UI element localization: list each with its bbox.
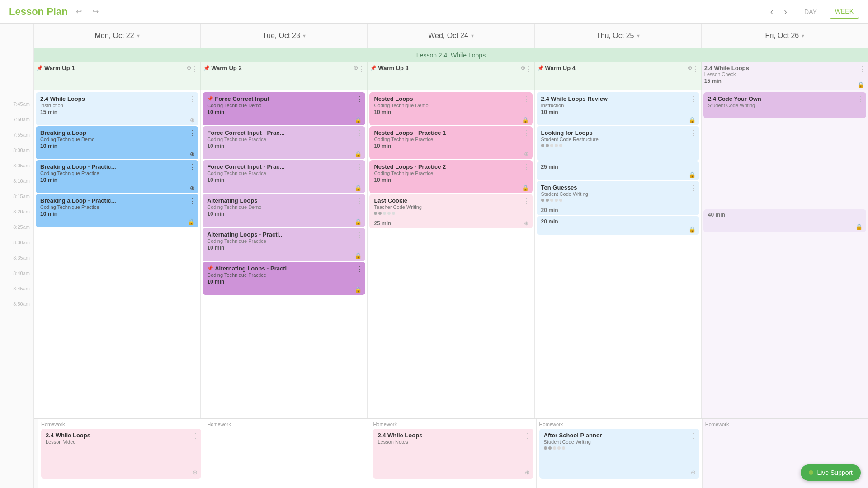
card-tue-1[interactable]: 📌 Force Correct Input Coding Technique D… <box>203 92 365 125</box>
warmup-menu-fri[interactable]: ⋮ <box>859 65 866 73</box>
warmup-menu-tue[interactable]: ⋮ <box>358 65 365 73</box>
card-menu[interactable]: ⋮ <box>523 129 530 137</box>
warmup-menu-wed[interactable]: ⋮ <box>525 65 532 73</box>
dot <box>562 446 565 450</box>
hw-card-thu[interactable]: After School Planner Student Code Writin… <box>539 429 699 479</box>
card-wed-1[interactable]: Nested Loops Coding Technique Demo 10 mi… <box>369 92 532 125</box>
card-menu[interactable]: ⋮ <box>189 197 196 205</box>
card-title: 2.4 While Loops <box>40 95 194 102</box>
card-title: Nested Loops - Practice 1 <box>374 129 528 136</box>
card-menu[interactable]: ⋮ <box>356 265 363 273</box>
dot-empty <box>387 212 391 215</box>
dot-empty <box>555 144 558 147</box>
warmup-cell-wed: 📌 Warm Up 3 ⊕ ⋮ <box>368 62 534 90</box>
day-header-wed[interactable]: Wed, Oct 24 ▾ <box>368 24 534 48</box>
card-mon-1[interactable]: 2.4 While Loops Instruction 15 min ⋮ ⊕ <box>36 92 198 125</box>
warmup-menu-thu[interactable]: ⋮ <box>692 65 699 73</box>
card-menu[interactable]: ⋮ <box>690 129 697 137</box>
card-wed-4[interactable]: Last Cookie Teacher Code Writing ⋮ 25 mi… <box>369 194 532 228</box>
card-title: Ten Guesses <box>541 184 695 191</box>
lock-icon: 🔒 <box>855 223 863 230</box>
next-nav-button[interactable]: › <box>779 5 792 19</box>
card-menu[interactable]: ⋮ <box>690 184 697 192</box>
card-thu-1[interactable]: 2.4 While Loops Review Instruction 10 mi… <box>537 92 699 125</box>
copy-icon[interactable]: ⊕ <box>524 151 529 157</box>
card-menu[interactable]: ⋮ <box>523 95 530 104</box>
card-menu[interactable]: ⋮ <box>356 95 363 104</box>
copy-icon[interactable]: ⊕ <box>525 469 530 476</box>
day-label-wed: Wed, Oct 24 <box>428 32 468 40</box>
card-menu[interactable]: ⋮ <box>189 163 196 171</box>
card-menu[interactable]: ⋮ <box>189 129 196 137</box>
warmup-menu-mon[interactable]: ⋮ <box>191 65 198 73</box>
day-view-button[interactable]: DAY <box>799 5 822 18</box>
main-content-rows: 2.4 While Loops Instruction 15 min ⋮ ⊕ B… <box>34 90 868 418</box>
hw-section-label: Homework <box>539 422 699 427</box>
day-header-mon[interactable]: Mon, Oct 22 ▾ <box>34 24 201 48</box>
lock-icon: 🔒 <box>354 252 362 259</box>
card-wed-2[interactable]: Nested Loops - Practice 1 Coding Techniq… <box>369 126 532 159</box>
copy-icon[interactable]: ⊕ <box>524 220 529 227</box>
card-duration: 10 min <box>541 109 695 115</box>
hw-card-title: After School Planner <box>544 432 695 439</box>
time-label: 8:30am <box>0 239 33 254</box>
card-duration: 10 min <box>207 177 361 183</box>
copy-icon[interactable]: ⊕ <box>190 185 195 191</box>
card-subtitle: Instruction <box>40 103 194 108</box>
prev-nav-button[interactable]: ‹ <box>766 5 778 19</box>
hw-menu[interactable]: ⋮ <box>690 431 697 440</box>
warmup-card-mon: 📌 Warm Up 1 <box>37 65 198 71</box>
card-menu[interactable]: ⋮ <box>523 163 530 171</box>
hw-card-title: 2.4 While Loops <box>46 432 197 439</box>
dot-empty <box>383 212 386 215</box>
card-tue-2[interactable]: Force Correct Input - Prac... Coding Tec… <box>203 126 365 159</box>
undo-button[interactable]: ↩ <box>73 5 85 18</box>
hw-card-wed[interactable]: 2.4 While Loops Lesson Notes ⋮ ⊕ <box>373 429 533 479</box>
live-support-button[interactable]: Live Support <box>801 464 861 481</box>
week-view-button[interactable]: WEEK <box>830 5 859 19</box>
day-header-thu[interactable]: Thu, Oct 25 ▾ <box>535 24 702 48</box>
hw-card-mon[interactable]: 2.4 While Loops Lesson Video ⋮ ⊕ <box>41 429 201 479</box>
card-menu[interactable]: ⋮ <box>189 95 196 104</box>
card-tue-5[interactable]: Alternating Loops - Practi... Coding Tec… <box>203 228 365 261</box>
card-duration: 10 min <box>207 279 361 285</box>
redo-button[interactable]: ↪ <box>90 5 101 18</box>
copy-icon[interactable]: ⊕ <box>691 469 696 476</box>
card-mon-4[interactable]: Breaking a Loop - Practic... Coding Tech… <box>36 194 198 227</box>
card-thu-4[interactable]: Ten Guesses Student Code Writing ⋮ 20 mi… <box>537 181 699 215</box>
card-menu[interactable]: ⋮ <box>356 163 363 171</box>
warmup-row: 📌 Warm Up 1 ⊕ ⋮ 📌 Warm Up 2 ⊕ ⋮ <box>34 62 868 90</box>
card-thu-2[interactable]: Looking for Loops Student Code Restructu… <box>537 126 699 161</box>
hw-menu[interactable]: ⋮ <box>524 431 531 440</box>
hw-card-sub: Lesson Notes <box>377 439 528 445</box>
card-duration: 10 min <box>207 245 361 251</box>
copy-icon[interactable]: ⊕ <box>190 117 195 123</box>
time-label: 8:25am <box>0 223 33 239</box>
card-mon-2[interactable]: Breaking a Loop Coding Technique Demo 10… <box>36 126 198 159</box>
hw-menu[interactable]: ⋮ <box>192 431 199 440</box>
card-tue-4[interactable]: Alternating Loops Coding Technique Demo … <box>203 194 365 227</box>
copy-icon[interactable]: ⊕ <box>193 469 198 476</box>
hw-section-label: Homework <box>373 422 533 427</box>
card-tue-3[interactable]: Force Correct Input - Prac... Coding Tec… <box>203 160 365 193</box>
card-subtitle: Coding Technique Demo <box>207 204 361 210</box>
card-menu[interactable]: ⋮ <box>356 129 363 137</box>
card-menu[interactable]: ⋮ <box>857 95 864 104</box>
hw-card-sub: Student Code Writing <box>544 439 695 445</box>
lock-icon: 🔒 <box>689 171 696 178</box>
card-menu[interactable]: ⋮ <box>523 197 530 205</box>
card-menu[interactable]: ⋮ <box>690 95 697 104</box>
day-header-tue[interactable]: Tue, Oct 23 ▾ <box>201 24 368 48</box>
dot <box>544 446 547 450</box>
card-menu[interactable]: ⋮ <box>356 197 363 205</box>
copy-icon[interactable]: ⊕ <box>190 151 195 157</box>
card-menu[interactable]: ⋮ <box>356 231 363 239</box>
card-tue-6[interactable]: 📌 Alternating Loops - Practi... Coding T… <box>203 262 365 295</box>
dot-empty <box>392 212 395 215</box>
card-title: 2.4 Code Your Own <box>708 95 862 102</box>
day-header-fri[interactable]: Fri, Oct 26 ▾ <box>702 24 868 48</box>
card-mon-3[interactable]: Breaking a Loop - Practic... Coding Tech… <box>36 160 198 193</box>
card-fri-1[interactable]: 2.4 Code Your Own Student Code Writing ⋮ <box>703 92 866 118</box>
card-duration: 15 min <box>40 109 194 115</box>
card-wed-3[interactable]: Nested Loops - Practice 2 Coding Techniq… <box>369 160 532 193</box>
